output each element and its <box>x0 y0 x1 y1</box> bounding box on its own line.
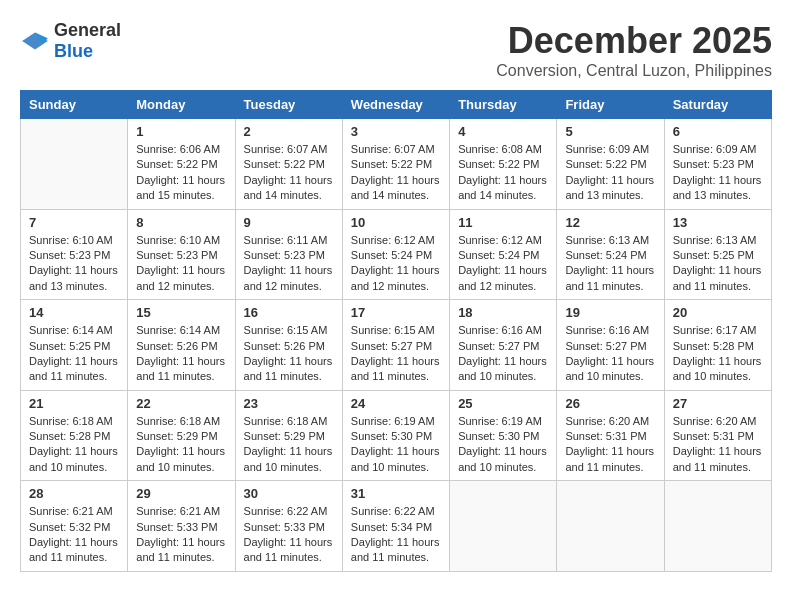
column-header-sunday: Sunday <box>21 91 128 119</box>
calendar-cell: 31Sunrise: 6:22 AMSunset: 5:34 PMDayligh… <box>342 481 449 572</box>
calendar-cell: 22Sunrise: 6:18 AMSunset: 5:29 PMDayligh… <box>128 390 235 481</box>
calendar-cell: 20Sunrise: 6:17 AMSunset: 5:28 PMDayligh… <box>664 300 771 391</box>
day-number: 26 <box>565 396 655 411</box>
day-number: 15 <box>136 305 226 320</box>
day-number: 20 <box>673 305 763 320</box>
calendar-week-row: 7Sunrise: 6:10 AMSunset: 5:23 PMDaylight… <box>21 209 772 300</box>
day-info: Sunrise: 6:21 AMSunset: 5:32 PMDaylight:… <box>29 504 119 566</box>
calendar-cell: 21Sunrise: 6:18 AMSunset: 5:28 PMDayligh… <box>21 390 128 481</box>
day-info: Sunrise: 6:18 AMSunset: 5:29 PMDaylight:… <box>136 414 226 476</box>
title-section: December 2025 Conversion, Central Luzon,… <box>496 20 772 80</box>
calendar-cell: 29Sunrise: 6:21 AMSunset: 5:33 PMDayligh… <box>128 481 235 572</box>
day-number: 14 <box>29 305 119 320</box>
day-number: 31 <box>351 486 441 501</box>
calendar-cell: 18Sunrise: 6:16 AMSunset: 5:27 PMDayligh… <box>450 300 557 391</box>
calendar-cell: 26Sunrise: 6:20 AMSunset: 5:31 PMDayligh… <box>557 390 664 481</box>
day-number: 1 <box>136 124 226 139</box>
column-header-thursday: Thursday <box>450 91 557 119</box>
day-info: Sunrise: 6:21 AMSunset: 5:33 PMDaylight:… <box>136 504 226 566</box>
day-number: 29 <box>136 486 226 501</box>
calendar-cell: 2Sunrise: 6:07 AMSunset: 5:22 PMDaylight… <box>235 119 342 210</box>
calendar-cell: 6Sunrise: 6:09 AMSunset: 5:23 PMDaylight… <box>664 119 771 210</box>
day-info: Sunrise: 6:12 AMSunset: 5:24 PMDaylight:… <box>351 233 441 295</box>
location-title: Conversion, Central Luzon, Philippines <box>496 62 772 80</box>
logo-blue-text: Blue <box>54 41 93 61</box>
day-info: Sunrise: 6:22 AMSunset: 5:33 PMDaylight:… <box>244 504 334 566</box>
calendar-header-row: SundayMondayTuesdayWednesdayThursdayFrid… <box>21 91 772 119</box>
column-header-wednesday: Wednesday <box>342 91 449 119</box>
day-info: Sunrise: 6:18 AMSunset: 5:28 PMDaylight:… <box>29 414 119 476</box>
day-info: Sunrise: 6:22 AMSunset: 5:34 PMDaylight:… <box>351 504 441 566</box>
calendar-cell: 3Sunrise: 6:07 AMSunset: 5:22 PMDaylight… <box>342 119 449 210</box>
calendar-week-row: 1Sunrise: 6:06 AMSunset: 5:22 PMDaylight… <box>21 119 772 210</box>
calendar-cell <box>664 481 771 572</box>
logo-general-text: General <box>54 20 121 40</box>
day-number: 21 <box>29 396 119 411</box>
day-info: Sunrise: 6:08 AMSunset: 5:22 PMDaylight:… <box>458 142 548 204</box>
day-info: Sunrise: 6:07 AMSunset: 5:22 PMDaylight:… <box>244 142 334 204</box>
calendar-week-row: 28Sunrise: 6:21 AMSunset: 5:32 PMDayligh… <box>21 481 772 572</box>
logo: General Blue <box>20 20 121 62</box>
day-info: Sunrise: 6:20 AMSunset: 5:31 PMDaylight:… <box>565 414 655 476</box>
calendar-cell: 9Sunrise: 6:11 AMSunset: 5:23 PMDaylight… <box>235 209 342 300</box>
calendar-cell: 5Sunrise: 6:09 AMSunset: 5:22 PMDaylight… <box>557 119 664 210</box>
calendar-cell: 4Sunrise: 6:08 AMSunset: 5:22 PMDaylight… <box>450 119 557 210</box>
day-info: Sunrise: 6:13 AMSunset: 5:25 PMDaylight:… <box>673 233 763 295</box>
day-number: 16 <box>244 305 334 320</box>
day-info: Sunrise: 6:14 AMSunset: 5:25 PMDaylight:… <box>29 323 119 385</box>
day-number: 3 <box>351 124 441 139</box>
day-number: 13 <box>673 215 763 230</box>
calendar-cell <box>557 481 664 572</box>
day-number: 2 <box>244 124 334 139</box>
day-number: 11 <box>458 215 548 230</box>
calendar-cell: 16Sunrise: 6:15 AMSunset: 5:26 PMDayligh… <box>235 300 342 391</box>
day-number: 10 <box>351 215 441 230</box>
day-number: 28 <box>29 486 119 501</box>
calendar-cell: 8Sunrise: 6:10 AMSunset: 5:23 PMDaylight… <box>128 209 235 300</box>
day-info: Sunrise: 6:15 AMSunset: 5:27 PMDaylight:… <box>351 323 441 385</box>
calendar-cell: 14Sunrise: 6:14 AMSunset: 5:25 PMDayligh… <box>21 300 128 391</box>
calendar-cell: 19Sunrise: 6:16 AMSunset: 5:27 PMDayligh… <box>557 300 664 391</box>
calendar-cell: 27Sunrise: 6:20 AMSunset: 5:31 PMDayligh… <box>664 390 771 481</box>
calendar-cell: 30Sunrise: 6:22 AMSunset: 5:33 PMDayligh… <box>235 481 342 572</box>
calendar-cell: 24Sunrise: 6:19 AMSunset: 5:30 PMDayligh… <box>342 390 449 481</box>
day-info: Sunrise: 6:13 AMSunset: 5:24 PMDaylight:… <box>565 233 655 295</box>
day-info: Sunrise: 6:10 AMSunset: 5:23 PMDaylight:… <box>29 233 119 295</box>
day-number: 4 <box>458 124 548 139</box>
calendar-cell: 25Sunrise: 6:19 AMSunset: 5:30 PMDayligh… <box>450 390 557 481</box>
day-number: 6 <box>673 124 763 139</box>
calendar-cell <box>21 119 128 210</box>
day-number: 9 <box>244 215 334 230</box>
day-info: Sunrise: 6:06 AMSunset: 5:22 PMDaylight:… <box>136 142 226 204</box>
day-number: 24 <box>351 396 441 411</box>
day-info: Sunrise: 6:17 AMSunset: 5:28 PMDaylight:… <box>673 323 763 385</box>
day-info: Sunrise: 6:16 AMSunset: 5:27 PMDaylight:… <box>565 323 655 385</box>
calendar-cell: 7Sunrise: 6:10 AMSunset: 5:23 PMDaylight… <box>21 209 128 300</box>
day-info: Sunrise: 6:15 AMSunset: 5:26 PMDaylight:… <box>244 323 334 385</box>
day-info: Sunrise: 6:09 AMSunset: 5:23 PMDaylight:… <box>673 142 763 204</box>
calendar-cell <box>450 481 557 572</box>
day-info: Sunrise: 6:14 AMSunset: 5:26 PMDaylight:… <box>136 323 226 385</box>
day-info: Sunrise: 6:11 AMSunset: 5:23 PMDaylight:… <box>244 233 334 295</box>
calendar-week-row: 21Sunrise: 6:18 AMSunset: 5:28 PMDayligh… <box>21 390 772 481</box>
column-header-saturday: Saturday <box>664 91 771 119</box>
day-info: Sunrise: 6:09 AMSunset: 5:22 PMDaylight:… <box>565 142 655 204</box>
page-header: General Blue December 2025 Conversion, C… <box>20 20 772 80</box>
column-header-monday: Monday <box>128 91 235 119</box>
day-number: 12 <box>565 215 655 230</box>
day-info: Sunrise: 6:12 AMSunset: 5:24 PMDaylight:… <box>458 233 548 295</box>
day-number: 27 <box>673 396 763 411</box>
day-number: 23 <box>244 396 334 411</box>
calendar-cell: 11Sunrise: 6:12 AMSunset: 5:24 PMDayligh… <box>450 209 557 300</box>
day-info: Sunrise: 6:19 AMSunset: 5:30 PMDaylight:… <box>351 414 441 476</box>
calendar-cell: 28Sunrise: 6:21 AMSunset: 5:32 PMDayligh… <box>21 481 128 572</box>
day-info: Sunrise: 6:20 AMSunset: 5:31 PMDaylight:… <box>673 414 763 476</box>
calendar-cell: 23Sunrise: 6:18 AMSunset: 5:29 PMDayligh… <box>235 390 342 481</box>
day-number: 25 <box>458 396 548 411</box>
day-number: 19 <box>565 305 655 320</box>
calendar-cell: 12Sunrise: 6:13 AMSunset: 5:24 PMDayligh… <box>557 209 664 300</box>
calendar-week-row: 14Sunrise: 6:14 AMSunset: 5:25 PMDayligh… <box>21 300 772 391</box>
day-number: 18 <box>458 305 548 320</box>
column-header-friday: Friday <box>557 91 664 119</box>
day-info: Sunrise: 6:16 AMSunset: 5:27 PMDaylight:… <box>458 323 548 385</box>
